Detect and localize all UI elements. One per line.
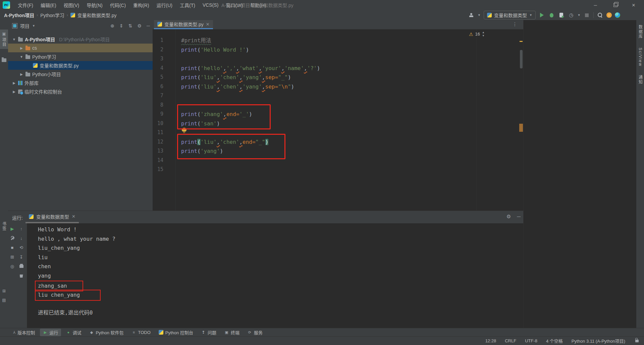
tree-chevron-icon[interactable]: ▼: [19, 55, 23, 59]
restore-button[interactable]: [608, 0, 623, 10]
run-hide-icon[interactable]: ─: [517, 214, 521, 220]
tree-row-外部库[interactable]: ▶外部库: [8, 78, 153, 87]
up-stack-trace-icon[interactable]: ↑: [18, 226, 24, 232]
run-with-coverage-button[interactable]: [558, 12, 565, 18]
toolwindow-button-TODO[interactable]: ≡TODO: [128, 329, 153, 336]
minimize-button[interactable]: ─: [588, 0, 603, 10]
sidebar-item-favorites[interactable]: ▤: [0, 296, 8, 304]
editor-tab[interactable]: 变量和数据类型.py ✕: [154, 20, 213, 29]
tree-chevron-icon[interactable]: ▶: [12, 81, 16, 85]
code-token: 'chen': [220, 74, 239, 80]
tree-chevron-icon[interactable]: ▶: [12, 90, 16, 94]
soft-wrap-icon[interactable]: ⟲: [18, 245, 24, 250]
clear-console-icon[interactable]: [18, 273, 24, 279]
sidebar-item-structure[interactable]: ⊞: [0, 287, 8, 295]
close-button[interactable]: ✕: [626, 0, 641, 10]
code-line-5: print('liu','chen','yang',sep="_"): [181, 73, 320, 82]
warning-scroll-mark[interactable]: [520, 41, 523, 42]
inspection-widget[interactable]: ⚠ 16 ▲▼: [469, 31, 485, 37]
toolwindow-button-Python 软件包[interactable]: ◆Python 软件包: [86, 329, 126, 336]
status-item[interactable]: UTF-8: [525, 338, 537, 343]
project-view-dropdown-icon[interactable]: ▼: [32, 24, 35, 27]
sidebar-item-通知[interactable]: 通知: [636, 73, 644, 87]
tree-chevron-icon[interactable]: ▼: [12, 38, 16, 41]
tree-row-cs[interactable]: ▶cs: [8, 44, 153, 52]
restore-layout-icon[interactable]: ⊞: [9, 254, 15, 260]
run-console-output[interactable]: Hello Word !hello , what your name ?liu_…: [38, 225, 115, 318]
tree-row-A-Python项目[interactable]: ▼A-Python项目D:\Python\A-Python项目: [8, 35, 153, 44]
menu-item-运行(U)[interactable]: 运行(U): [154, 1, 175, 9]
status-item[interactable]: 12:28: [485, 338, 496, 343]
hide-panel-icon[interactable]: ─: [147, 23, 150, 28]
tab-options-icon[interactable]: ⋮: [513, 21, 517, 27]
code-line-2: print('Hello Word !'): [181, 45, 320, 55]
run-button[interactable]: [539, 12, 545, 18]
run-settings-gear-icon[interactable]: ⚙: [506, 214, 511, 220]
menu-item-文件(F)[interactable]: 文件(F): [15, 1, 36, 9]
project-settings-icon[interactable]: ⚙: [138, 23, 142, 28]
toolwindow-button-服务[interactable]: ⟳服务: [245, 329, 266, 336]
update-icon[interactable]: ↑: [606, 12, 612, 18]
rerun-button[interactable]: ▶: [9, 226, 15, 232]
run-tab[interactable]: 变量和数据类型 ✕: [25, 211, 79, 223]
code-token: ,: [262, 74, 265, 80]
edit-configuration-icon[interactable]: [9, 235, 15, 241]
sidebar-item-folder[interactable]: [0, 55, 8, 64]
tab-close-icon[interactable]: ✕: [206, 22, 210, 27]
unlock-icon[interactable]: [635, 340, 639, 342]
collapse-all-icon[interactable]: ⇅: [128, 23, 132, 28]
code-token: ): [246, 47, 249, 53]
user-dropdown-icon[interactable]: ▼: [478, 13, 481, 17]
tree-row-Python小项目[interactable]: ▶Python小项目: [8, 70, 153, 78]
menu-item-VCS(S)[interactable]: VCS(S): [200, 1, 221, 9]
tree-row-临时文件和控制台[interactable]: ▶临时文件和控制台: [8, 87, 153, 96]
print-console-icon[interactable]: [18, 264, 24, 269]
sidebar-item-SciView[interactable]: SciView: [636, 46, 644, 68]
scrollbar-code-mark[interactable]: [519, 124, 523, 132]
menu-item-编辑(E)[interactable]: 编辑(E): [38, 1, 59, 9]
down-stack-trace-icon[interactable]: ↓: [18, 235, 24, 241]
tree-row-Python学习[interactable]: ▼Python学习: [8, 52, 153, 61]
status-item[interactable]: CRLF: [505, 338, 516, 343]
stop-process-button: ■: [9, 245, 15, 250]
toolwindow-button-Python 控制台[interactable]: Python 控制台: [156, 329, 196, 336]
scroll-to-end-icon[interactable]: ↧: [18, 254, 24, 260]
expand-all-icon[interactable]: ⇕: [119, 23, 123, 28]
toolwindow-button-运行[interactable]: ▶运行: [40, 329, 61, 336]
line-number: 8: [153, 101, 163, 110]
locate-file-icon[interactable]: ⊕: [110, 23, 114, 28]
breadcrumb-item[interactable]: Python学习: [40, 12, 64, 18]
menu-item-工具(T)[interactable]: 工具(T): [177, 1, 198, 9]
sidebar-item-bookmarks[interactable]: 书签: [0, 220, 8, 233]
profiler-dropdown-icon[interactable]: ▼: [578, 13, 581, 17]
status-item[interactable]: Python 3.11 (A-Python项目): [572, 338, 625, 344]
menu-item-导航(N)[interactable]: 导航(N): [84, 1, 105, 9]
breadcrumb-item[interactable]: A-Python项目: [4, 12, 34, 18]
status-item[interactable]: 4 个空格: [546, 338, 563, 344]
prev-warning-icon[interactable]: ▲: [482, 31, 485, 34]
toolwindow-button-终端[interactable]: ▣终端: [221, 329, 243, 336]
sidebar-item-project[interactable]: ▣ 项目: [0, 30, 8, 49]
tree-row-变量和数据类型.py[interactable]: 变量和数据类型.py: [8, 61, 153, 70]
menu-item-视图(V)[interactable]: 视图(V): [61, 1, 83, 9]
toolwindow-button-调试[interactable]: ●调试: [63, 329, 84, 336]
user-profile-icon[interactable]: [468, 12, 475, 18]
menu-item-重构(R)[interactable]: 重构(R): [130, 1, 152, 9]
toolwindow-button-问题[interactable]: ❢问题: [198, 329, 219, 336]
editor-scrollbar[interactable]: [519, 29, 523, 211]
next-warning-icon[interactable]: ▼: [482, 34, 485, 37]
menu-item-代码(C)[interactable]: 代码(C): [107, 1, 129, 9]
search-everywhere-icon[interactable]: [597, 12, 603, 18]
toolwindow-button-版本控制[interactable]: Y版本控制: [10, 329, 38, 336]
scrollbar-thumb[interactable]: [520, 50, 523, 68]
profiler-button[interactable]: ◷: [568, 12, 575, 18]
code-with-me-icon[interactable]: [615, 12, 620, 18]
run-configuration-select[interactable]: 变量和数据类型 ▼: [484, 11, 536, 19]
pin-tab-icon[interactable]: ◎: [9, 264, 15, 269]
breadcrumb-item[interactable]: 变量和数据类型.py: [77, 12, 117, 18]
run-tab-close-icon[interactable]: ✕: [72, 214, 75, 219]
tree-chevron-icon[interactable]: ▶: [19, 72, 23, 76]
tree-chevron-icon[interactable]: ▶: [19, 46, 23, 50]
sidebar-item-数据库[interactable]: 数据库: [636, 23, 644, 41]
debug-button[interactable]: [548, 12, 555, 18]
